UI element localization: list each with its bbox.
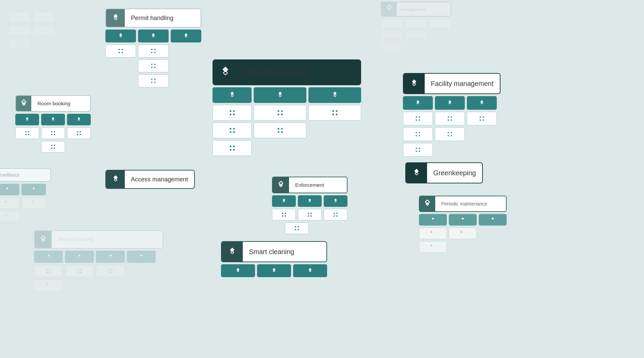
tile-pm-o2[interactable] [449,228,477,239]
tile-rb-o4[interactable] [41,141,65,153]
periodic-maintenance-header[interactable]: Periodic maintenance [419,196,507,212]
tile-fm-o2[interactable] [435,112,465,125]
tile-hw-o4[interactable] [213,123,252,138]
svg-point-163 [416,151,417,152]
tile-enf-o2[interactable] [298,209,322,220]
tile-fm-o4[interactable] [403,127,433,141]
tile-tlp-4[interactable] [33,25,55,36]
svg-point-148 [451,120,452,121]
tile-tr-4[interactable] [381,30,403,40]
tile-ph-o3[interactable] [138,59,169,72]
tile-sp-t3[interactable] [96,251,125,263]
tile-pm-o1[interactable] [419,228,447,239]
hybrid-working-header[interactable]: Hybrid working [213,59,361,85]
tile-enf-o4[interactable] [285,222,309,234]
svg-point-123 [111,272,113,273]
tile-hw-o2[interactable] [254,105,306,121]
tile-hw-t1[interactable] [213,87,252,103]
tile-pm-t3[interactable] [479,214,507,226]
tile-tr-3[interactable] [429,19,451,28]
facility-management-header[interactable]: Facility management [403,73,501,94]
tile-tr-6[interactable] [381,42,403,51]
tile-sp-t2[interactable] [65,251,94,263]
tile-sv-t2[interactable] [21,184,46,195]
tile-fm-t2[interactable] [435,96,465,110]
svg-point-114 [47,272,48,273]
tile-sc-t2[interactable] [257,264,291,277]
permit-handling-header[interactable]: Permit handling [105,8,201,28]
svg-point-43 [122,52,123,53]
tile-pm-o3[interactable] [419,241,447,253]
tile-pm-t1[interactable] [419,214,447,226]
svg-point-67 [28,134,29,135]
svg-point-161 [416,148,417,149]
enf-outline-row1 [272,209,348,220]
tile-enf-o3[interactable] [324,209,348,220]
surveillance-header[interactable]: rveillance [0,168,51,182]
tile-sp-o3[interactable] [96,265,125,277]
module-enforcement: Enforcement [272,177,348,234]
tile-fm-t1[interactable] [403,96,433,110]
tile-hw-o6[interactable] [213,140,252,156]
tile-ph-o1[interactable] [105,44,136,57]
tile-sc-t1[interactable] [221,264,255,277]
tile-fm-o6[interactable] [403,143,433,157]
tile-hw-t3[interactable] [308,87,361,103]
tile-sp-t4[interactable] [127,251,156,263]
tile-sp-o1[interactable] [34,265,63,277]
tile-sp-o4[interactable] [34,279,63,291]
enforcement-header[interactable]: Enforcement [272,177,348,193]
tile-sv-t1[interactable] [0,184,19,195]
svg-rect-108 [47,254,50,257]
tile-tr-1[interactable] [381,19,403,28]
tile-rb-o2[interactable] [41,127,65,139]
tile-enf-t3[interactable] [324,195,348,207]
tile-tr-5[interactable] [405,30,427,40]
tile-rb-t3[interactable] [67,114,91,125]
tile-hw-t2[interactable] [254,87,306,103]
tile-tr-2[interactable] [405,19,427,28]
access-management-header[interactable]: Access management [105,170,195,189]
greenkeeping-header[interactable]: Greenkeeping [405,162,483,183]
room-booking-header[interactable]: Room booking [15,95,91,112]
tile-sc-t3[interactable] [293,264,327,277]
tile-fm-t3[interactable] [467,96,497,110]
tile-pm-t2[interactable] [449,214,477,226]
tile-tlp-5[interactable] [9,38,31,49]
svg-rect-89 [335,200,337,202]
tile-rb-o1[interactable] [15,127,39,139]
tile-tlp-1[interactable] [9,12,31,23]
tile-hw-o1[interactable] [213,105,252,121]
tile-sp-o2[interactable] [65,265,94,277]
tile-ph-t3[interactable] [171,30,201,42]
tile-sv-o1[interactable] [0,197,19,209]
smart-parking-header[interactable]: Smart parking [34,230,163,249]
tile-ph-t1[interactable] [105,30,136,42]
tile-sv-o2[interactable] [21,197,46,209]
tile-fm-o1[interactable] [403,112,433,125]
tile-enf-o1[interactable] [272,209,296,220]
svg-point-42 [119,52,120,53]
tile-tlp-2[interactable] [33,12,55,23]
tile-sv-o3[interactable] [0,211,19,222]
tile-tlp-3[interactable] [9,25,31,36]
svg-rect-131 [309,268,311,271]
tile-fm-o3[interactable] [467,112,497,125]
tile-ph-o4[interactable] [138,74,169,87]
tile-hw-o5[interactable] [254,123,306,138]
smart-cleaning-header[interactable]: Smart cleaning [221,241,327,262]
tile-ph-t2[interactable] [138,30,169,42]
smart-parking-title: Smart parking [52,236,100,243]
svg-point-18 [332,114,334,115]
tile-enf-t1[interactable] [272,195,296,207]
tile-enf-t2[interactable] [298,195,322,207]
tile-ph-o2[interactable] [138,44,169,57]
tile-rb-t1[interactable] [15,114,39,125]
svg-point-10 [230,114,231,115]
tile-rb-o3[interactable] [67,127,91,139]
tile-fm-o5[interactable] [435,127,465,141]
tile-rb-t2[interactable] [41,114,65,125]
tile-hw-o3[interactable] [308,105,361,121]
topright-header[interactable]: management [381,2,451,17]
tile-sp-t1[interactable] [34,251,63,263]
